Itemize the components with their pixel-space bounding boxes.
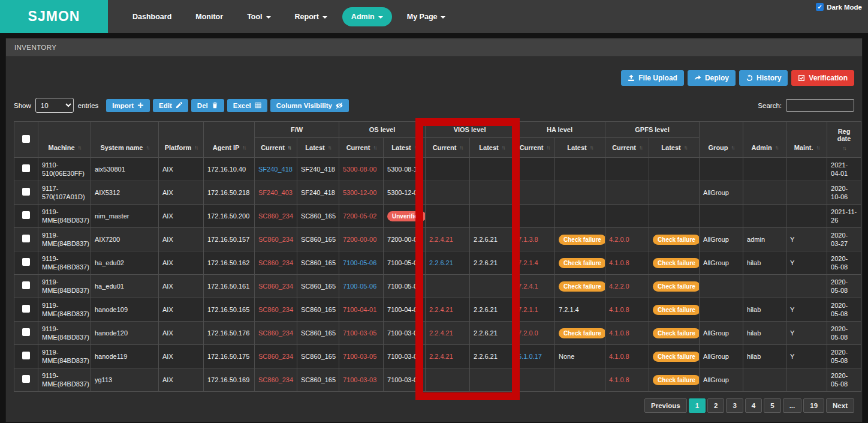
nav-item-report[interactable]: Report: [286, 7, 336, 26]
fw-current-cell: SF240_403: [255, 181, 297, 205]
import-button[interactable]: Import: [106, 99, 150, 112]
gpfs-latest-cell: [649, 205, 700, 228]
select-all-header: [14, 122, 38, 158]
pagination-page-2[interactable]: 2: [707, 398, 724, 413]
brand-logo[interactable]: SJMON: [0, 0, 108, 33]
row-checkbox[interactable]: [22, 188, 30, 196]
row-checkbox[interactable]: [22, 375, 30, 383]
search-input[interactable]: [786, 99, 854, 112]
col-header-vios-latest[interactable]: Latest↑↓: [470, 138, 514, 158]
platform-cell: AIX: [159, 298, 204, 322]
col-header-ha-latest[interactable]: Latest↑↓: [555, 138, 605, 158]
col-header-gpfs-current[interactable]: Current↑↓: [605, 138, 649, 158]
row-checkbox[interactable]: [22, 305, 30, 313]
row-select-cell: [14, 345, 38, 368]
system-name-cell: AIX7200: [91, 228, 159, 251]
row-select-cell: [14, 298, 38, 322]
column-visibility-button[interactable]: Column Visibility: [270, 99, 349, 112]
table-row: 9119-MME(84BD837)hanode109AIX172.16.50.1…: [14, 298, 861, 322]
status-badge: Check failure: [653, 235, 700, 245]
platform-cell: AIX: [159, 251, 204, 275]
table-controls: Show 10 entries ImportEditDelExcelColumn…: [14, 98, 854, 113]
pagination-page-19[interactable]: 19: [803, 398, 824, 413]
col-header-reg-date[interactable]: Reg date↑↓: [827, 122, 861, 158]
table-row: 9119-MME(84BD837)ha_edu01AIX172.16.50.16…: [14, 275, 861, 298]
select-all-checkbox[interactable]: [22, 135, 30, 143]
nav-item-dashboard[interactable]: Dashboard: [123, 7, 180, 26]
excel-button[interactable]: Excel: [227, 99, 267, 112]
pagination-ellipsis[interactable]: ...: [783, 398, 802, 413]
os-current-cell: 7100-03-05: [339, 322, 384, 345]
col-header-os-current[interactable]: Current↑↓: [339, 138, 384, 158]
del-button[interactable]: Del: [191, 99, 224, 112]
col-header-admin[interactable]: Admin↑↓: [743, 122, 786, 158]
admin-cell: hilab: [743, 345, 786, 368]
ha-current-cell: 7.2.0.0: [514, 322, 555, 345]
col-header-fw-current[interactable]: Current↑↓: [255, 138, 297, 158]
maint-cell: Y: [786, 298, 827, 322]
row-checkbox[interactable]: [22, 258, 30, 266]
panel-body: File UploadDeployHistoryVerification Sho…: [6, 57, 862, 420]
col-header-group[interactable]: Group↑↓: [700, 122, 743, 158]
verification-button[interactable]: Verification: [791, 70, 854, 86]
button-label: Del: [197, 102, 208, 109]
dark-mode-checkbox[interactable]: ✓: [816, 3, 824, 11]
row-checkbox[interactable]: [22, 352, 30, 359]
row-checkbox[interactable]: [22, 235, 30, 242]
col-header-gpfs-latest[interactable]: Latest↑↓: [649, 138, 700, 158]
pagination-page-4[interactable]: 4: [745, 398, 762, 413]
row-select-cell: [14, 322, 38, 345]
row-checkbox[interactable]: [22, 328, 30, 336]
fw-latest-cell: SF240_418: [297, 181, 339, 205]
fw-current-cell: SC860_234: [255, 322, 297, 345]
pagination-previous-button[interactable]: Previous: [644, 398, 687, 413]
row-checkbox[interactable]: [22, 281, 30, 289]
page-size-select[interactable]: 10: [35, 98, 74, 113]
col-header-platform[interactable]: Platform↑↓: [159, 122, 204, 158]
machine-cell: 9119-MME(84BD837): [38, 275, 91, 298]
fw-current-cell: SC860_234: [255, 345, 297, 368]
col-header-os-latest[interactable]: Latest↑↓: [384, 138, 426, 158]
eye-slash-icon: [336, 102, 343, 109]
col-header-machine[interactable]: Machine↑↓: [38, 122, 91, 158]
gpfs-latest-cell: Check failure: [649, 322, 700, 345]
edit-button[interactable]: Edit: [153, 99, 188, 112]
nav-item-monitor[interactable]: Monitor: [186, 7, 232, 26]
machine-cell: 9117-570(107A01D): [38, 181, 91, 205]
pagination-next-button[interactable]: Next: [826, 398, 854, 413]
col-header-maint[interactable]: Maint.↑↓: [786, 122, 827, 158]
ha-current-cell: 6.1.0.17: [514, 345, 555, 368]
ha-latest-cell: Check failure: [555, 251, 605, 275]
history-button[interactable]: History: [739, 70, 788, 86]
row-checkbox[interactable]: [22, 211, 30, 219]
col-header-fw-latest[interactable]: Latest↑↓: [297, 138, 339, 158]
row-select-cell: [14, 368, 38, 392]
reg-date-cell: 2020-10-06: [827, 181, 861, 205]
group-header-vios-level: VIOS level: [426, 122, 514, 138]
deploy-button[interactable]: Deploy: [688, 70, 736, 86]
os-current-cell: 7100-03-05: [339, 345, 384, 368]
vios-current-cell: [426, 158, 470, 181]
gpfs-current-cell: 4.2.2.0: [605, 275, 649, 298]
col-header-vios-current[interactable]: Current↑↓: [426, 138, 470, 158]
fw-latest-cell: SC860_165: [297, 322, 339, 345]
nav-item-my-page[interactable]: My Page: [398, 7, 455, 26]
gpfs-latest-cell: Check failure: [649, 368, 700, 392]
nav-item-tool[interactable]: Tool: [238, 7, 279, 26]
nav-item-admin[interactable]: Admin: [342, 7, 392, 26]
pagination-page-3[interactable]: 3: [726, 398, 743, 413]
fw-latest-cell: SC860_165: [297, 275, 339, 298]
pagination-page-5[interactable]: 5: [764, 398, 780, 413]
file-upload-button[interactable]: File Upload: [621, 70, 684, 86]
group-cell: AllGroup: [700, 251, 743, 275]
inventory-table-body: 9110-510(06E30FF)aix530801AIX172.16.10.4…: [14, 158, 861, 392]
platform-cell: AIX: [159, 205, 204, 228]
col-header-system-name[interactable]: System name↑↓: [91, 122, 159, 158]
gpfs-current-cell: 4.1.0.8: [605, 322, 649, 345]
row-checkbox[interactable]: [22, 164, 30, 172]
col-header-ha-current[interactable]: Current↑↓: [514, 138, 555, 158]
col-header-agent-ip[interactable]: Agent IP↑↓: [204, 122, 255, 158]
pagination-page-1[interactable]: 1: [689, 398, 706, 413]
group-header-fw: F/W: [255, 122, 339, 138]
row-select-cell: [14, 181, 38, 205]
